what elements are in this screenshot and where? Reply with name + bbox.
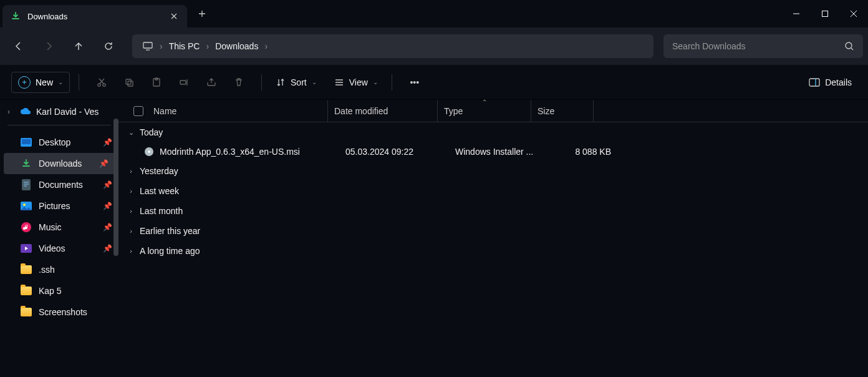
svg-point-15 [23, 203, 26, 206]
chevron-right-icon: › [7, 107, 15, 116]
chevron-right-icon[interactable]: › [263, 41, 269, 51]
chevron-down-icon: ⌄ [373, 79, 378, 86]
sidebar-item-kap5[interactable]: Kap 5 [0, 280, 118, 301]
chevron-down-icon: ⌄ [58, 79, 63, 86]
sort-button[interactable]: Sort ⌄ [271, 77, 322, 87]
chevron-right-icon: › [127, 167, 135, 175]
view-button[interactable]: View ⌄ [329, 77, 383, 87]
onedrive-icon [20, 106, 31, 117]
file-name: Modrinth App_0.6.3_x64_en-US.msi [160, 147, 345, 157]
group-yesterday[interactable]: › Yesterday [118, 161, 868, 181]
file-list: Name Date modified Type ⌃ Size ⌄ Today M… [118, 100, 868, 377]
sidebar-item-pictures[interactable]: Pictures 📌 [0, 195, 118, 217]
sidebar-item-label: Downloads [39, 159, 82, 169]
chevron-down-icon: ⌄ [312, 79, 317, 86]
sort-label: Sort [291, 77, 307, 87]
sidebar-item-label: Kap 5 [39, 286, 62, 296]
group-label: Earlier this year [140, 226, 200, 236]
sidebar-item-screenshots[interactable]: Screenshots [0, 301, 118, 323]
file-size: 8 088 KB [549, 147, 611, 157]
folder-icon [20, 306, 32, 318]
download-icon [10, 11, 21, 22]
breadcrumb-thispc[interactable]: This PC [164, 34, 205, 58]
new-label: New [36, 77, 53, 87]
new-button[interactable]: + New ⌄ [11, 72, 70, 93]
sidebar-item-label: Screenshots [39, 307, 87, 317]
scrollbar[interactable] [113, 119, 118, 256]
plus-circle-icon: + [18, 76, 31, 89]
chevron-right-icon: › [127, 187, 135, 195]
column-type[interactable]: Type ⌃ [438, 100, 531, 122]
chevron-right-icon[interactable]: › [205, 41, 210, 51]
sidebar: › Karl David - Ves Desktop 📌 Downloads 📌… [0, 100, 118, 377]
tab-title: Downloads [27, 12, 162, 21]
sidebar-item-label: Desktop [39, 137, 70, 147]
new-tab-button[interactable] [190, 2, 215, 25]
tab[interactable]: Downloads [2, 5, 187, 27]
sidebar-item-music[interactable]: Music 📌 [0, 217, 118, 238]
close-window-button[interactable] [839, 0, 868, 27]
minimize-button[interactable] [782, 0, 811, 27]
breadcrumb-downloads[interactable]: Downloads [210, 34, 263, 58]
sort-icon [276, 77, 286, 87]
column-date[interactable]: Date modified [328, 100, 438, 122]
pin-icon: 📌 [103, 202, 112, 210]
sidebar-item-desktop[interactable]: Desktop 📌 [0, 132, 118, 153]
video-icon [20, 243, 32, 254]
pc-icon[interactable] [137, 34, 158, 58]
chevron-right-icon: › [127, 247, 135, 255]
details-label: Details [825, 77, 852, 87]
pin-icon: 📌 [103, 244, 112, 253]
details-button[interactable]: Details [804, 77, 857, 87]
cut-button[interactable] [88, 69, 115, 96]
file-row[interactable]: Modrinth App_0.6.3_x64_en-US.msi 05.03.2… [118, 142, 868, 161]
paste-button[interactable] [143, 69, 170, 96]
close-icon[interactable] [168, 11, 180, 22]
pin-icon: 📌 [103, 223, 112, 232]
group-lastweek[interactable]: › Last week [118, 181, 868, 201]
sidebar-item-documents[interactable]: Documents 📌 [0, 174, 118, 195]
up-button[interactable] [65, 32, 92, 60]
navbar: › This PC › Downloads › Search Downloads [0, 27, 868, 65]
forward-button[interactable] [35, 32, 62, 60]
group-label: Last week [140, 186, 179, 196]
group-label: Yesterday [140, 166, 178, 176]
group-longtime[interactable]: › A long time ago [118, 241, 868, 261]
maximize-button[interactable] [811, 0, 839, 27]
group-earlier[interactable]: › Earlier this year [118, 221, 868, 241]
more-button[interactable]: ••• [401, 69, 428, 96]
back-button[interactable] [5, 32, 32, 60]
sidebar-item-videos[interactable]: Videos 📌 [0, 238, 118, 259]
separator [79, 74, 79, 91]
svg-point-3 [98, 83, 100, 86]
address-bar[interactable]: › This PC › Downloads › [132, 34, 653, 58]
copy-button[interactable] [115, 69, 143, 96]
group-today[interactable]: ⌄ Today [118, 122, 868, 142]
refresh-button[interactable] [95, 32, 122, 60]
search-input[interactable]: Search Downloads [663, 34, 863, 58]
column-size[interactable]: Size [531, 100, 594, 122]
sidebar-item-label: Music [39, 222, 62, 232]
svg-rect-9 [180, 81, 186, 84]
sidebar-item-downloads[interactable]: Downloads 📌 [4, 153, 115, 174]
svg-point-4 [103, 83, 105, 86]
pin-icon: 📌 [103, 180, 112, 189]
delete-button[interactable] [225, 69, 253, 96]
sidebar-item-ssh[interactable]: .ssh [0, 259, 118, 280]
group-label: Today [140, 127, 163, 137]
chevron-right-icon[interactable]: › [158, 41, 164, 51]
svg-point-19 [148, 150, 150, 153]
sidebar-item-label: Videos [39, 243, 65, 253]
svg-rect-6 [128, 81, 133, 86]
column-name-label: Name [153, 106, 176, 116]
select-all-checkbox[interactable] [133, 106, 143, 116]
folder-icon [20, 264, 32, 275]
group-lastmonth[interactable]: › Last month [118, 201, 868, 221]
chevron-right-icon: › [127, 207, 135, 215]
column-name[interactable]: Name [127, 100, 328, 122]
share-button[interactable] [198, 69, 225, 96]
svg-rect-12 [22, 139, 31, 144]
sidebar-item-label: .ssh [39, 265, 55, 275]
rename-button[interactable] [170, 69, 198, 96]
sidebar-user[interactable]: › Karl David - Ves [0, 102, 118, 121]
